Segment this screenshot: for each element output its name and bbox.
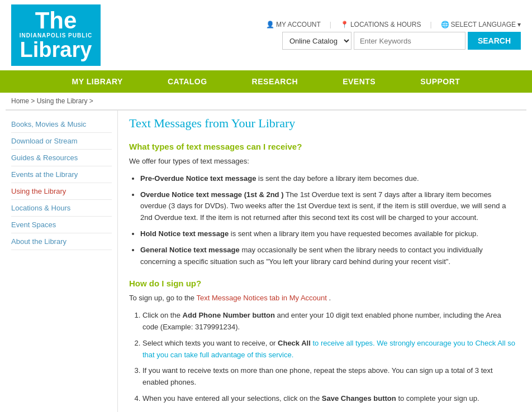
person-icon: 👤: [266, 21, 274, 28]
logo-the: The: [35, 9, 77, 32]
section1-heading: What types of text messages can I receiv…: [129, 142, 515, 151]
language-icon: 🌐: [441, 21, 449, 28]
section2-heading: How do I sign up?: [129, 279, 515, 288]
breadcrumb-home[interactable]: Home: [11, 97, 29, 105]
list-item: Hold Notice text message is sent when a …: [140, 228, 515, 240]
page-header: The INDIANAPOLIS PUBLIC Library 👤 MY ACC…: [0, 0, 532, 70]
sidebar-item-guides[interactable]: Guides & Resources: [11, 150, 112, 166]
list-item: General Notice text message may occasion…: [140, 245, 515, 268]
search-type-select[interactable]: Online Catalog Everything Books DVDs Mus…: [282, 32, 352, 50]
step1-before: Click on the: [142, 311, 183, 319]
sidebar-item-download[interactable]: Download or Stream: [11, 133, 112, 150]
main-layout: Books, Movies & Music Download or Stream…: [0, 109, 532, 412]
logo-indianapolis: INDIANAPOLIS PUBLIC: [20, 32, 93, 39]
header-right: 👤 MY ACCOUNT | 📍 LOCATIONS & HOURS | 🌐 S…: [101, 21, 521, 50]
my-account-link[interactable]: 👤 MY ACCOUNT: [266, 21, 321, 28]
nav-item-my-library[interactable]: MY LIBRARY: [50, 70, 145, 93]
separator: |: [330, 21, 331, 28]
step3-text: If you want to receive texts on more tha…: [142, 366, 493, 386]
step4-after: to complete your sign up.: [398, 394, 479, 403]
site-logo[interactable]: The INDIANAPOLIS PUBLIC Library: [11, 4, 101, 66]
steps-list: Click on the Add Phone Number button and…: [142, 310, 515, 405]
list-item: When you have entered all your selection…: [142, 393, 515, 405]
section1-intro: We offer four types of text messages:: [129, 156, 515, 167]
nav-item-catalog[interactable]: CATALOG: [145, 70, 230, 93]
list-item: Pre-Overdue Notice text message is sent …: [140, 173, 515, 185]
breadcrumb: Home > Using the Library >: [0, 93, 532, 109]
select-language-link[interactable]: 🌐 SELECT LANGUAGE ▾: [441, 21, 521, 28]
separator2: |: [430, 21, 431, 28]
content-area: Text Messages from Your Library What typ…: [117, 109, 526, 412]
sidebar-item-books[interactable]: Books, Movies & Music: [11, 116, 112, 133]
section2-intro-before: To sign up, go to the: [129, 294, 196, 302]
sidebar-item-event-spaces[interactable]: Event Spaces: [11, 217, 112, 233]
sidebar-item-events[interactable]: Events at the Library: [11, 166, 112, 183]
sidebar-item-about[interactable]: About the Library: [11, 233, 112, 250]
sidebar-item-locations[interactable]: Locations & Hours: [11, 200, 112, 217]
step2-before: Select which texts you want to receive, …: [142, 339, 278, 347]
bullet4-bold: General Notice text message: [140, 246, 240, 254]
step2-bold: Check All: [278, 339, 311, 347]
header-links: 👤 MY ACCOUNT | 📍 LOCATIONS & HOURS | 🌐 S…: [266, 21, 521, 28]
page-title: Text Messages from Your Library: [129, 116, 515, 131]
step4-bold: Save Changes button: [322, 394, 396, 403]
bullet3-bold: Hold Notice text message: [140, 229, 229, 238]
location-icon: 📍: [340, 21, 349, 28]
search-bar: Online Catalog Everything Books DVDs Mus…: [282, 32, 521, 50]
my-account-tab-link1[interactable]: Text Message Notices tab in My Account: [196, 294, 326, 302]
breadcrumb-using[interactable]: Using the Library: [37, 97, 88, 105]
nav-item-research[interactable]: RESEARCH: [230, 70, 321, 93]
bullet1-bold: Pre-Overdue Notice text message: [140, 174, 256, 183]
main-nav: MY LIBRARY CATALOG RESEARCH EVENTS SUPPO…: [0, 70, 532, 93]
logo-library: Library: [20, 39, 92, 62]
section2-intro: To sign up, go to the Text Message Notic…: [129, 293, 515, 304]
section2-intro-after: .: [329, 294, 331, 302]
search-button[interactable]: SEARCH: [468, 32, 521, 50]
step1-bold: Add Phone Number button: [183, 311, 275, 319]
nav-item-support[interactable]: SUPPORT: [398, 70, 482, 93]
locations-hours-link[interactable]: 📍 LOCATIONS & HOURS: [340, 21, 421, 28]
search-input[interactable]: [354, 32, 466, 50]
list-item: Overdue Notice text message (1st & 2nd )…: [140, 189, 515, 224]
list-item: Select which texts you want to receive, …: [142, 338, 515, 361]
sidebar: Books, Movies & Music Download or Stream…: [6, 109, 117, 412]
bullet2-bold: Overdue Notice text message (1st & 2nd ): [140, 190, 283, 199]
bullet3-text: is sent when a library item you have req…: [231, 229, 478, 238]
list-item: Click on the Add Phone Number button and…: [142, 310, 515, 333]
chevron-down-icon: ▾: [517, 21, 521, 28]
bullet-list: Pre-Overdue Notice text message is sent …: [140, 173, 515, 268]
list-item: If you want to receive texts on more tha…: [142, 365, 515, 389]
step4-before: When you have entered all your selection…: [142, 394, 322, 403]
nav-item-events[interactable]: EVENTS: [320, 70, 398, 93]
bullet1-text: is sent the day before a library item be…: [258, 174, 419, 183]
sidebar-item-using[interactable]: Using the Library: [11, 183, 112, 200]
